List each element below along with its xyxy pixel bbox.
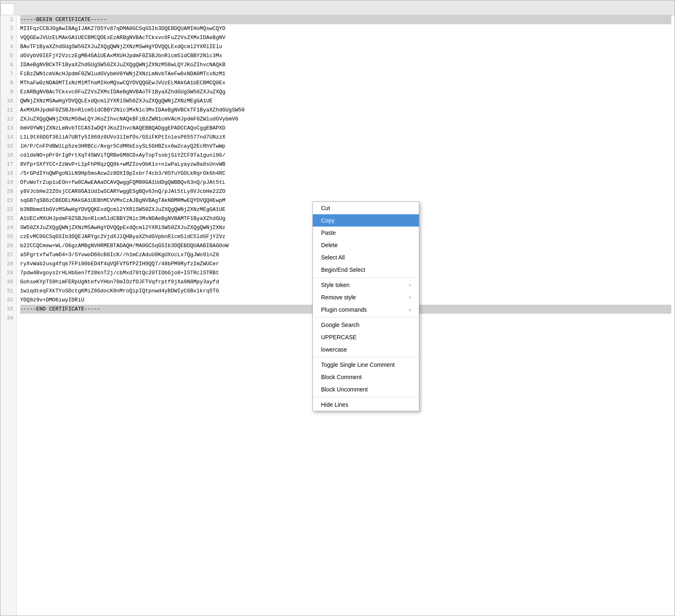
menu-separator (313, 317, 419, 317)
code-line: ZXJuZXQgQWNjZXNzMS8wLQYJKoZIhvcNAQkBFiBz… (20, 115, 671, 124)
line-numbers: 1234567891011121314151617181920212223242… (0, 15, 17, 616)
menu-separator (313, 357, 419, 357)
code-line: MIIFqzCCBJOgAwIBAgIJAKZ7D5Yv87qDMA0GCSqG… (20, 24, 671, 33)
code-line: OfuWoTrZup1uEOn+fw8CAwEAAaOCAVQwggFQMB0G… (20, 178, 671, 187)
line-number: 19 (4, 178, 13, 187)
menu-item-label: Delete (321, 242, 338, 248)
line-number: 25 (4, 232, 13, 241)
line-number: 8 (4, 79, 13, 88)
line-number: 21 (4, 196, 13, 205)
line-number: 2 (4, 24, 13, 33)
menu-item-remove_style[interactable]: Remove style› (313, 291, 419, 303)
line-number: 22 (4, 205, 13, 214)
menu-item-label: UPPERCASE (321, 334, 356, 340)
menu-item-paste[interactable]: Paste (313, 227, 419, 239)
line-number: 26 (4, 241, 13, 250)
context-menu: CutCopyPasteDeleteSelect AllBegin/End Se… (312, 201, 419, 411)
code-line: /5rGPdIYnQWPgoNlLN9HpSmsAcw2z8DXI9pIxbr7… (20, 169, 671, 178)
menu-item-label: Paste (321, 229, 336, 236)
tab-bar (0, 0, 675, 15)
menu-item-label: Block Uncomment (321, 386, 368, 393)
code-line: L1L9tX6DGf36liA7UBTy5I869z0UVo3lImfOs/GS… (20, 133, 671, 142)
code-line: cdldeNO+pPr9rIgPrtXqT4SWViTQRBeGM8CDxAyT… (20, 151, 671, 160)
line-number: 32 (4, 296, 13, 305)
code-line: IDAeBgNVBCkTF1ByaXZhdGUgSW50ZXJuZXQgQWNj… (20, 60, 671, 69)
line-number: 29 (4, 269, 13, 278)
code-line: EzARBgNVBAcTCkxvc0FuZ2VsZXMxIDAeBgNVBAoT… (20, 88, 671, 97)
code-line: AxMXUHJpdmF0ZSBJbnRlcm5ldCBBY2Nlc3MxNlc3… (20, 106, 671, 115)
line-number: 33 (4, 305, 13, 314)
submenu-arrow-icon: › (409, 307, 411, 313)
line-number: 5 (4, 51, 13, 60)
menu-item-label: Block Comment (321, 374, 362, 380)
menu-item-label: Remove style (321, 294, 356, 301)
menu-item-label: Begin/End Select (321, 266, 365, 273)
menu-item-lowercase[interactable]: lowercase (313, 343, 419, 356)
line-number: 6 (4, 60, 13, 69)
line-number: 31 (4, 287, 13, 296)
menu-item-style_token[interactable]: Style token› (313, 279, 419, 291)
code-line: QWNjZXNzMSAwHgYDVQQLExdQcml2YXRlSW50ZXJu… (20, 97, 671, 106)
code-line: FiBzZWN1cmVAcHJpdmF0ZWludGVybmV0YWNjZXNz… (20, 69, 671, 79)
code-line: lH/P/CnFPdBWlLp5ze3HRBCc/Avgr5CdMRkEsySL… (20, 142, 671, 151)
menu-item-label: Cut (321, 205, 330, 211)
line-number: 23 (4, 214, 13, 223)
menu-item-google[interactable]: Google Search (313, 319, 419, 331)
menu-item-label: Hide Lines (321, 401, 348, 408)
code-line: BAoTF1ByaXZhdGUgSW50ZXJuZXQgQWNjZXNzMSwH… (20, 42, 671, 51)
menu-item-label: Copy (321, 217, 335, 224)
line-number: 12 (4, 115, 13, 124)
menu-separator (313, 397, 419, 397)
line-number: 24 (4, 223, 13, 232)
menu-item-label: Toggle Single Line Comment (321, 361, 395, 368)
submenu-arrow-icon: › (409, 282, 411, 288)
line-number: 4 (4, 42, 13, 51)
line-number: 27 (4, 250, 13, 259)
line-number: 34 (4, 314, 13, 323)
line-number: 3 (4, 33, 13, 42)
menu-item-cut[interactable]: Cut (313, 202, 419, 214)
line-number: 16 (4, 151, 13, 160)
line-number: 7 (4, 69, 13, 79)
line-number: 15 (4, 142, 13, 151)
menu-separator (313, 277, 419, 278)
menu-item-label: Google Search (321, 322, 359, 328)
code-line: 8Vfp+SXfYCC+ZzWvP+L1pFhPRqzQQ8k+wMZIovOb… (20, 160, 671, 169)
menu-item-copy[interactable]: Copy (313, 214, 419, 227)
menu-item-label: Style token (321, 282, 349, 288)
menu-item-begin_end[interactable]: Begin/End Select (313, 264, 419, 276)
menu-item-label: Plugin commands (321, 306, 367, 313)
line-number: 18 (4, 169, 13, 178)
code-line: MThaFw0zNDA0MTIxNzM1MThaMIHoMQswCQYDVQQG… (20, 79, 671, 88)
menu-item-toggle_line[interactable]: Toggle Single Line Comment (313, 359, 419, 371)
line-number: 1 (4, 15, 13, 24)
line-number: 20 (4, 187, 13, 196)
menu-item-delete[interactable]: Delete (313, 239, 419, 251)
menu-item-label: Select All (321, 254, 345, 261)
line-number: 14 (4, 133, 13, 142)
submenu-arrow-icon: › (409, 294, 411, 300)
menu-item-select_all[interactable]: Select All (313, 251, 419, 264)
menu-item-block_uncomment[interactable]: Block Uncomment (313, 383, 419, 396)
code-line: bmV0YWNjZXNzLmNvbTCCASIwDQYJKoZIhvcNAQEB… (20, 124, 671, 133)
line-number: 11 (4, 106, 13, 115)
menu-item-hide_lines[interactable]: Hide Lines (313, 398, 419, 411)
line-number: 17 (4, 160, 13, 169)
menu-item-label: lowercase (321, 346, 347, 353)
line-number: 9 (4, 88, 13, 97)
code-line: dGVybV0IEFjY2VzczEgMB4GA1UEAxMXUHJpdmF0Z… (20, 51, 671, 60)
code-line: y8VJcbHe22ZOsjCCAR8GA1UdIwSCARYwggESgBQv… (20, 187, 671, 196)
code-line: VQQGEwJVUzELMAkGA1UECBMCQOExEzARBgNVBAcT… (20, 33, 671, 42)
line-number: 30 (4, 278, 13, 287)
menu-item-block_comment[interactable]: Block Comment (313, 371, 419, 383)
tab-ca-rsa[interactable] (0, 3, 14, 15)
menu-item-plugin_cmds[interactable]: Plugin commands› (313, 303, 419, 316)
menu-item-uppercase[interactable]: UPPERCASE (313, 331, 419, 343)
line-number: 13 (4, 124, 13, 133)
code-line: -----BEGIN CERTIFICATE----- (20, 15, 671, 24)
line-number: 10 (4, 97, 13, 106)
line-number: 28 (4, 259, 13, 269)
